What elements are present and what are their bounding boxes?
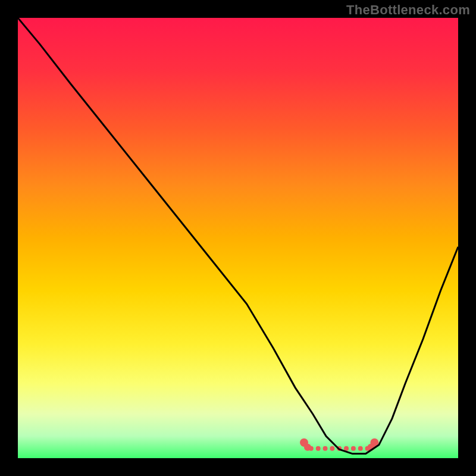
svg-point-11 <box>358 446 363 451</box>
svg-point-7 <box>330 446 334 451</box>
svg-point-5 <box>316 446 321 451</box>
svg-point-6 <box>323 446 328 451</box>
svg-point-12 <box>365 446 370 451</box>
attribution-label: TheBottleneck.com <box>346 2 470 18</box>
chart-frame: TheBottleneck.com <box>0 0 476 476</box>
gradient-background <box>18 18 458 458</box>
svg-point-10 <box>351 446 356 451</box>
bottleneck-chart <box>18 18 458 458</box>
svg-point-4 <box>309 446 314 451</box>
svg-point-9 <box>344 446 349 451</box>
